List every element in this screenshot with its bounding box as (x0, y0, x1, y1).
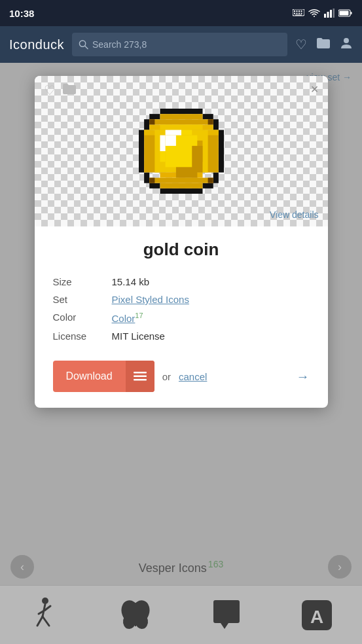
svg-rect-12 (330, 10, 332, 18)
svg-rect-38 (139, 130, 144, 173)
svg-rect-16 (340, 11, 349, 16)
download-row: Download or cancel → (53, 361, 310, 392)
modal-folder-icon[interactable] (62, 83, 77, 98)
keyboard-icon (293, 9, 304, 17)
svg-rect-3 (299, 10, 300, 12)
svg-rect-15 (351, 12, 352, 14)
svg-rect-13 (333, 9, 335, 18)
svg-rect-35 (202, 114, 213, 119)
svg-rect-53 (160, 124, 202, 130)
modal-info: gold coin Size 15.14 kb Set Pixel Styled… (35, 226, 328, 408)
modal-heart-icon[interactable]: ♡ (44, 82, 56, 98)
color-value: Color17 (112, 308, 310, 327)
color-row: Color Color17 (53, 308, 310, 327)
svg-rect-7 (299, 13, 300, 14)
svg-rect-61 (165, 135, 175, 146)
svg-rect-6 (297, 13, 298, 14)
svg-rect-49 (160, 183, 202, 188)
info-table: Size 15.14 kb Set Pixel Styled Icons Col… (53, 273, 310, 345)
view-details-link[interactable]: View details (270, 209, 318, 220)
app-title: Iconduck (9, 37, 64, 52)
license-value: MIT License (112, 327, 310, 345)
size-row: Size 15.14 kb (53, 273, 310, 291)
user-nav-icon[interactable] (340, 37, 353, 53)
svg-line-18 (85, 46, 88, 48)
svg-rect-59 (165, 130, 181, 135)
download-options-icon[interactable] (126, 361, 154, 392)
set-row: Set Pixel Styled Icons (53, 291, 310, 308)
battery-icon (338, 9, 353, 17)
modal-close-button[interactable]: × (311, 82, 319, 96)
search-input[interactable] (92, 39, 281, 50)
license-row: License MIT License (53, 327, 310, 345)
svg-rect-39 (218, 130, 223, 173)
modal-top-actions: ♡ (44, 82, 77, 98)
svg-rect-63 (175, 167, 197, 177)
svg-point-19 (344, 38, 349, 43)
nav-icons: ♡ (295, 37, 353, 53)
status-icons (293, 9, 353, 18)
svg-rect-44 (160, 188, 202, 194)
search-icon (79, 39, 88, 50)
wifi-icon (308, 9, 320, 18)
color-label: Color (53, 308, 112, 327)
svg-rect-60 (160, 135, 165, 151)
status-time: 10:38 (9, 8, 34, 19)
svg-rect-43 (202, 183, 213, 188)
svg-rect-69 (134, 376, 147, 378)
svg-rect-10 (324, 14, 326, 18)
set-value: Pixel Styled Icons (112, 291, 310, 308)
modal-preview: ♡ × (35, 76, 328, 226)
cancel-link[interactable]: cancel (179, 371, 207, 382)
license-label: License (53, 327, 112, 345)
color-link[interactable]: Color (112, 313, 136, 324)
size-label: Size (53, 273, 112, 291)
svg-rect-4 (301, 10, 302, 12)
folder-nav-icon[interactable] (316, 37, 331, 52)
svg-rect-65 (208, 119, 213, 124)
svg-rect-46 (149, 119, 213, 124)
modal: ♡ × (35, 76, 328, 408)
svg-rect-67 (208, 178, 213, 183)
size-value: 15.14 kb (112, 273, 310, 291)
search-bar[interactable] (72, 33, 287, 56)
svg-rect-9 (295, 15, 302, 16)
set-link[interactable]: Pixel Styled Icons (112, 294, 189, 305)
svg-rect-11 (327, 12, 329, 18)
svg-rect-66 (149, 178, 154, 183)
color-super: 17 (135, 312, 143, 319)
svg-rect-45 (160, 114, 202, 119)
download-label: Download (53, 370, 126, 382)
svg-rect-48 (149, 178, 213, 183)
svg-rect-41 (213, 173, 218, 183)
svg-rect-64 (149, 119, 154, 124)
svg-rect-33 (160, 109, 202, 114)
set-label: Set (53, 291, 112, 308)
icon-title: gold coin (53, 240, 310, 260)
navbar: Iconduck ♡ (0, 26, 362, 63)
heart-nav-icon[interactable]: ♡ (295, 37, 307, 52)
svg-rect-40 (144, 173, 149, 183)
svg-rect-42 (149, 183, 160, 188)
svg-rect-36 (144, 119, 149, 130)
status-bar: 10:38 (0, 0, 362, 26)
svg-rect-1 (294, 10, 295, 12)
coin-preview-icon (139, 109, 224, 194)
svg-rect-8 (301, 13, 302, 14)
svg-rect-2 (297, 10, 298, 12)
modal-overlay: ♡ × (0, 63, 362, 644)
svg-rect-70 (134, 379, 147, 381)
arrow-link[interactable]: → (297, 369, 310, 384)
or-text: or (162, 371, 171, 382)
svg-rect-68 (134, 372, 147, 374)
svg-rect-5 (294, 13, 295, 14)
download-button[interactable]: Download (53, 361, 154, 392)
svg-rect-34 (149, 114, 160, 119)
signal-icon (324, 9, 335, 18)
svg-rect-37 (213, 119, 218, 130)
